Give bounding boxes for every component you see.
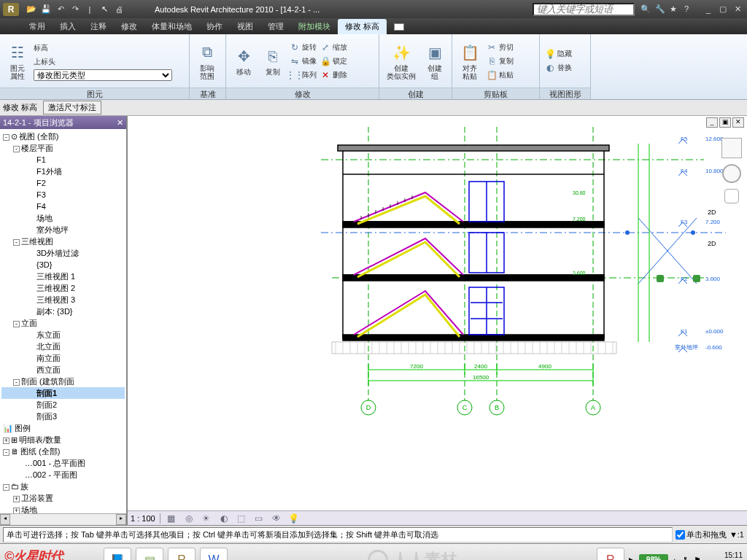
node-3d1[interactable]: 三维视图 1 [1,271,125,282]
node-3db[interactable]: {3D} [1,259,125,271]
node-sh1[interactable]: …001 - 总平面图 [1,457,125,469]
node-s3[interactable]: 剖面3 [1,411,125,422]
press-drag-checkbox[interactable]: 单击和拖曳 [676,529,727,540]
print-icon[interactable]: 🖨 [112,3,125,16]
node-sheets[interactable]: -🗎图纸 (全部) [1,446,125,457]
node-east[interactable]: 东立面 [1,329,125,341]
steering-wheel[interactable] [722,164,741,183]
create-similar-button[interactable]: ✨创建 类似实例 [384,41,419,82]
crop-show-icon[interactable]: ▭ [252,513,266,524]
lock-button[interactable]: 🔒锁定 [320,55,347,68]
task-app1[interactable]: 📘 [104,548,131,560]
save-icon[interactable]: 💾 [39,3,53,16]
tray-media-icon[interactable]: ▶ [629,556,635,561]
browser-close-icon[interactable]: ✕ [117,118,123,128]
array-button[interactable]: ⋮⋮阵列 [289,69,317,82]
activate-dimensions-button[interactable]: 激活尺寸标注 [43,101,101,114]
node-3dcopy[interactable]: 副本: {3D} [1,306,125,317]
node-f4[interactable]: F4 [1,201,125,212]
node-sh2[interactable]: …002 - 平面图 [1,469,125,481]
visual-style-icon[interactable]: ◎ [182,513,196,524]
zoom-tool[interactable] [724,189,739,203]
node-sched[interactable]: +⊞明细表/数量 [1,434,125,446]
minimize-icon[interactable]: _ [702,4,715,15]
node-f2[interactable]: F2 [1,177,125,189]
canvas[interactable]: _ ▣ ✕ [128,116,747,525]
tab-annotate[interactable]: 注释 [83,19,114,34]
maximize-icon[interactable]: ▢ [716,4,729,15]
node-s1[interactable]: 剖面1 [1,387,125,399]
node-fam1[interactable]: +卫浴装置 [1,492,125,504]
reveal-icon[interactable]: 💡 [287,513,301,524]
node-site[interactable]: 场地 [1,212,125,224]
open-icon[interactable]: 📂 [25,3,38,16]
node-elev[interactable]: -立面 [1,317,125,329]
close-icon[interactable]: ✕ [731,4,744,15]
crop-icon[interactable]: ⬚ [235,513,248,524]
detail-level-icon[interactable]: ▦ [165,513,178,524]
delete-button[interactable]: ✕删除 [320,69,347,82]
scale-button[interactable]: ⤢缩放 [320,41,347,54]
drawing-view[interactable]: DC BA 72002400 490016500 F512.600 F410.8… [128,116,747,510]
hide-icon[interactable]: 👁 [270,513,283,524]
task-revit[interactable]: R [168,548,196,560]
filter-icon[interactable]: ▼:1 [729,530,744,539]
undo-icon[interactable]: ↶ [54,3,67,16]
paste-button[interactable]: 📋粘贴 [486,69,514,82]
impact-scope-button[interactable]: ⧉ 影响 范围 [194,41,220,82]
node-legend[interactable]: 📊图例 [1,422,125,434]
tray-expand-icon[interactable]: ▴ [673,556,677,561]
tray-net-icon[interactable]: 🖧 [681,556,689,560]
mdi-min-icon[interactable]: _ [706,117,718,128]
tray-flag-icon[interactable]: ⚑ [694,556,701,561]
copy-button[interactable]: ⎘复制 [260,44,286,77]
node-floor[interactable]: -楼层平面 [1,142,125,154]
task-word[interactable]: W [200,548,228,560]
tab-home[interactable]: 常用 [22,19,53,34]
task-app2[interactable]: ▤ [136,548,163,560]
node-f1[interactable]: F1 [1,154,125,166]
mirror-button[interactable]: ⇋镜像 [289,55,317,68]
tab-manage[interactable]: 管理 [260,19,291,34]
tab-modify[interactable]: 修改 [114,19,144,34]
app-logo[interactable]: R [3,3,19,16]
viewcube[interactable] [721,138,742,158]
node-section[interactable]: -剖面 (建筑剖面 [1,376,125,387]
redo-icon[interactable]: ↷ [69,3,82,16]
sun-icon[interactable]: ☀ [200,513,213,524]
browser-tree[interactable]: -⊙视图 (全部) -楼层平面 F1 F1外墙 F2 F3 F4 场地 室外地坪… [0,129,126,513]
cursor-icon[interactable]: ↖ [98,3,111,16]
tab-view[interactable]: 视图 [230,19,260,34]
node-fam[interactable]: -🗀族 [1,481,125,492]
create-group-button[interactable]: ▣创建 组 [422,41,448,82]
task-revit2[interactable]: R [597,548,624,560]
clock[interactable]: 15:112010-02-18 [705,551,743,560]
node-north[interactable]: 北立面 [1,341,125,352]
node-west[interactable]: 西立面 [1,364,125,376]
node-f1w[interactable]: F1外墙 [1,166,125,177]
type-selector[interactable]: 修改图元类型 [34,69,172,81]
node-s2[interactable]: 剖面2 [1,399,125,411]
tab-addins[interactable]: 附加模块 [291,19,338,34]
move-button[interactable]: ✥移动 [231,44,257,77]
mdi-restore-icon[interactable]: ▣ [719,117,731,128]
node-3d[interactable]: -三维视图 [1,236,125,247]
help-icon[interactable]: ? [684,4,696,14]
node-fam2[interactable]: +场地 [1,504,125,513]
star-icon[interactable]: ★ [670,4,681,14]
key-icon[interactable]: 🔧 [655,4,667,14]
scale-selector[interactable]: 1 : 100 [131,514,155,523]
override-button[interactable]: ◐替换 [544,61,572,74]
align-paste-button[interactable]: 📋对齐 粘贴 [457,41,483,82]
mdi-close-icon[interactable]: ✕ [732,117,744,128]
node-3d3[interactable]: 三维视图 3 [1,294,125,306]
node-3dext[interactable]: 3D外墙过滤 [1,247,125,259]
tab-massing[interactable]: 体量和场地 [144,19,199,34]
search-input[interactable] [533,3,635,16]
node-views[interactable]: -⊙视图 (全部) [1,131,125,142]
tab-insert[interactable]: 插入 [53,19,83,34]
hide-button[interactable]: 💡隐藏 [544,47,572,61]
tab-collab[interactable]: 协作 [199,19,230,34]
node-f3[interactable]: F3 [1,189,125,201]
copy-clip-button[interactable]: ⎘复制 [486,55,514,68]
